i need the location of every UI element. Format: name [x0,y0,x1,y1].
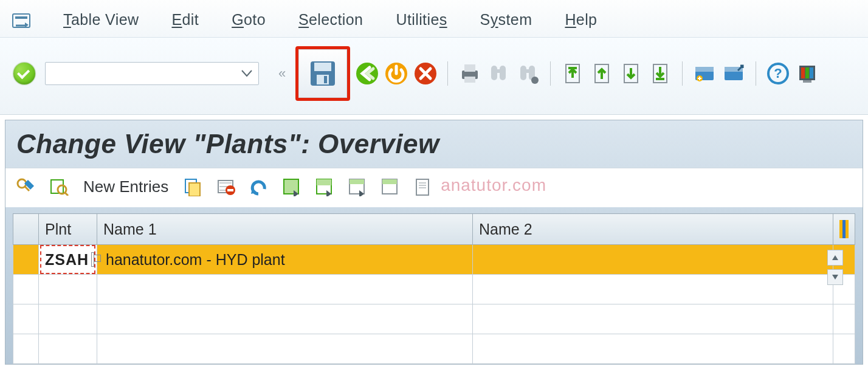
details-button[interactable] [47,174,71,199]
find-button[interactable] [487,61,511,86]
select-block-button[interactable] [312,174,336,199]
svg-rect-33 [805,67,809,78]
save-button[interactable] [295,46,350,101]
menu-selection[interactable]: Selection [298,11,363,29]
col-plnt[interactable]: Plnt [39,214,97,245]
undo-button[interactable] [246,174,270,199]
svg-rect-3 [314,63,331,71]
new-entries-button[interactable]: New Entries [83,177,168,196]
help-button[interactable]: ? [766,61,790,86]
table-container: Plnt Name 1 Name 2 ZSAH hanatutor.com - [13,213,855,364]
svg-rect-32 [801,67,805,78]
app-menu-icon[interactable] [12,11,30,29]
menu-utilities[interactable]: Utilities [396,11,447,29]
svg-rect-12 [464,77,475,83]
svg-point-19 [531,77,539,84]
svg-rect-34 [810,67,813,78]
scroll-down-button[interactable] [827,269,843,285]
shortcut-button[interactable] [722,61,746,86]
menu-help[interactable]: Help [565,11,597,29]
svg-rect-5 [324,76,327,83]
toolbar-separator [447,61,448,86]
svg-rect-35 [803,80,811,83]
toolbar-separator [756,61,756,86]
svg-rect-51 [416,179,429,195]
row-selector[interactable] [13,245,39,275]
table-header-row: Plnt Name 1 Name 2 [13,214,855,245]
col-configure[interactable] [833,214,855,245]
svg-rect-48 [350,179,364,184]
svg-text:?: ? [774,66,782,81]
view-frame: Change View "Plants": Overview New Entri… [5,120,863,365]
col-name1[interactable]: Name 1 [97,214,473,245]
svg-rect-44 [284,179,298,194]
view-title: Change View "Plants": Overview [5,120,863,168]
cancel-button[interactable] [413,61,438,86]
svg-rect-11 [464,64,475,72]
next-page-button[interactable] [619,61,643,86]
plants-table: Plnt Name 1 Name 2 ZSAH hanatutor.com - [13,213,855,364]
print-button[interactable] [458,61,482,86]
menu-system[interactable]: System [480,11,532,29]
display-change-button[interactable] [14,174,38,199]
svg-rect-40 [189,183,200,196]
enter-button[interactable] [13,63,35,84]
menu-bar: Table View Edit Goto Selection Utilities… [0,0,868,38]
new-session-button[interactable] [692,61,717,86]
toolbar-separator [550,61,551,86]
svg-rect-43 [227,189,233,191]
svg-rect-50 [382,179,397,184]
prev-page-button[interactable] [590,61,614,86]
config-button[interactable] [377,174,402,199]
svg-rect-46 [317,179,331,185]
col-select[interactable] [13,214,39,245]
find-next-button[interactable] [516,61,540,86]
table-row[interactable] [13,304,855,334]
command-field[interactable] [45,62,259,85]
exit-button[interactable] [384,61,408,86]
menu-edit[interactable]: Edit [171,11,199,29]
col-name2[interactable]: Name 2 [473,214,833,245]
svg-rect-1 [15,16,27,19]
value-help-icon[interactable] [91,252,94,267]
watermark-text: anatutor.com [441,176,546,195]
layout-button[interactable] [795,61,819,86]
name1-value: hanatutor.com - HYD plant [97,251,472,269]
first-page-button[interactable] [560,61,585,86]
cell-name2[interactable] [473,245,833,275]
print-button2[interactable] [410,174,435,199]
toolbar-separator [682,61,683,86]
cell-plnt[interactable]: ZSAH [39,245,97,275]
table-row[interactable] [13,275,855,304]
last-page-button[interactable] [648,61,672,86]
scroll-up-button[interactable] [827,250,843,266]
row-selector[interactable] [13,334,39,364]
menu-table-view[interactable]: Table View [63,11,139,29]
system-toolbar: « [0,38,868,115]
delete-button[interactable] [213,174,238,199]
application-toolbar: New Entries anatutor.com [5,168,863,207]
svg-rect-18 [524,69,531,73]
table-row[interactable]: ZSAH hanatutor.com - HYD plant [13,245,855,275]
history-icon: « [278,66,282,81]
plnt-value: ZSAH [45,251,89,269]
row-selector[interactable] [13,304,39,334]
svg-rect-15 [495,69,502,73]
dropdown-icon[interactable] [241,70,252,77]
cell-name1[interactable]: hanatutor.com - HYD plant [97,245,473,275]
select-all-button[interactable] [279,174,303,199]
deselect-all-button[interactable] [345,174,369,199]
svg-rect-25 [695,67,714,72]
copy-button[interactable] [181,174,205,199]
table-row[interactable] [13,334,855,364]
back-button[interactable] [355,61,379,86]
row-selector[interactable] [13,275,39,304]
menu-goto[interactable]: Goto [232,11,266,29]
